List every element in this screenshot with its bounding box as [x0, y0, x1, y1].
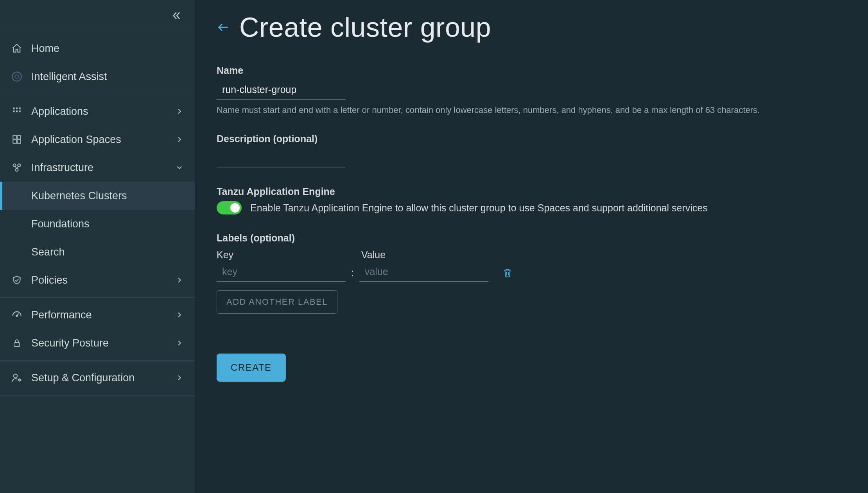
svg-rect-6	[16, 111, 18, 112]
chevron-down-icon	[175, 163, 184, 172]
sidebar-item-label: Setup & Configuration	[31, 372, 175, 384]
svg-rect-7	[19, 111, 20, 112]
sidebar: HomeIntelligent AssistApplicationsApplic…	[0, 0, 195, 493]
name-label: Name	[217, 65, 846, 76]
page-title: Create cluster group	[239, 12, 491, 43]
svg-line-16	[17, 166, 18, 169]
svg-rect-4	[19, 107, 20, 109]
labels-heading: Labels (optional)	[217, 232, 846, 244]
svg-rect-9	[17, 136, 21, 139]
chevron-right-icon	[175, 339, 184, 347]
sidebar-item-setup[interactable]: Setup & Configuration	[0, 364, 195, 392]
sidebar-item-apps[interactable]: Applications	[0, 97, 195, 125]
collapse-sidebar-icon[interactable]	[171, 10, 182, 21]
sidebar-item-label: Intelligent Assist	[31, 71, 184, 83]
main-content: Create cluster group Name Name must star…	[195, 0, 868, 493]
description-field-group: Description (optional)	[217, 133, 846, 168]
tae-toggle[interactable]	[217, 201, 242, 214]
sidebar-subitem-search[interactable]: Search	[0, 238, 195, 266]
sidebar-subitem-k8s[interactable]: Kubernetes Clusters	[0, 182, 195, 210]
tae-group: Tanzu Application Engine Enable Tanzu Ap…	[217, 186, 846, 214]
sidebar-item-label: Application Spaces	[31, 134, 175, 146]
sidebar-item-label: Infrastructure	[31, 162, 175, 174]
tae-description-text: Enable Tanzu Application Engine to allow…	[250, 202, 708, 214]
svg-point-20	[14, 374, 17, 378]
label-key-input[interactable]	[217, 262, 346, 282]
shield-icon	[11, 274, 23, 286]
sidebar-item-infra[interactable]: Infrastructure	[0, 154, 195, 182]
sidebar-item-policies[interactable]: Policies	[0, 266, 195, 294]
chevron-right-icon	[175, 276, 184, 284]
add-another-label-button[interactable]: ADD ANOTHER LABEL	[217, 290, 337, 314]
name-field-group: Name Name must start and end with a lett…	[217, 65, 846, 115]
svg-rect-5	[13, 111, 14, 112]
chevron-right-icon	[175, 135, 184, 144]
svg-rect-11	[17, 140, 21, 143]
svg-rect-8	[13, 136, 16, 139]
chevron-right-icon	[175, 311, 184, 319]
home-icon	[11, 43, 23, 54]
sidebar-item-home[interactable]: Home	[0, 34, 195, 63]
create-button[interactable]: CREATE	[217, 354, 286, 382]
value-column-header: Value	[361, 249, 490, 261]
svg-rect-19	[14, 343, 20, 347]
name-input[interactable]	[217, 80, 346, 100]
description-label: Description (optional)	[217, 133, 846, 145]
sidebar-item-label: Performance	[31, 309, 175, 321]
sidebar-item-sec[interactable]: Security Posture	[0, 329, 195, 357]
sidebar-item-appspaces[interactable]: Application Spaces	[0, 125, 195, 154]
gauge-icon	[11, 309, 23, 321]
grid-icon	[11, 105, 23, 117]
sidebar-item-label: Applications	[31, 105, 175, 118]
sidebar-item-perf[interactable]: Performance	[0, 301, 195, 329]
usercog-icon	[11, 372, 23, 384]
sidebar-subitem-foundations[interactable]: Foundations	[0, 210, 195, 238]
svg-point-0	[12, 72, 21, 81]
trash-icon	[502, 268, 513, 278]
description-input[interactable]	[217, 148, 346, 168]
lock-icon	[11, 337, 23, 349]
kv-separator: :	[350, 267, 355, 282]
nodes-icon	[11, 162, 23, 173]
assist-icon	[11, 71, 23, 82]
name-helper-text: Name must start and end with a letter or…	[217, 105, 846, 115]
sidebar-item-label: Security Posture	[31, 337, 175, 349]
labels-group: Labels (optional) Key Value :	[217, 232, 846, 314]
label-row: :	[217, 262, 846, 282]
sidebar-item-label: Policies	[31, 274, 175, 286]
sidebar-item-label: Home	[31, 43, 184, 55]
svg-point-1	[15, 75, 18, 78]
label-value-input[interactable]	[359, 262, 488, 282]
svg-point-14	[16, 168, 18, 171]
svg-point-21	[19, 379, 21, 381]
svg-point-18	[16, 315, 18, 317]
svg-line-15	[16, 166, 16, 169]
svg-rect-10	[13, 140, 16, 143]
svg-rect-2	[13, 107, 14, 109]
page-header: Create cluster group	[217, 12, 846, 43]
svg-rect-3	[16, 107, 18, 109]
grid2-icon	[11, 134, 23, 145]
key-column-header: Key	[217, 249, 346, 261]
chevron-right-icon	[175, 373, 184, 382]
sidebar-item-assist[interactable]: Intelligent Assist	[0, 63, 195, 91]
chevron-right-icon	[175, 107, 184, 116]
back-arrow-icon[interactable]	[217, 21, 230, 34]
sidebar-top	[0, 0, 195, 31]
tae-heading: Tanzu Application Engine	[217, 186, 846, 197]
delete-label-button[interactable]	[501, 266, 514, 279]
